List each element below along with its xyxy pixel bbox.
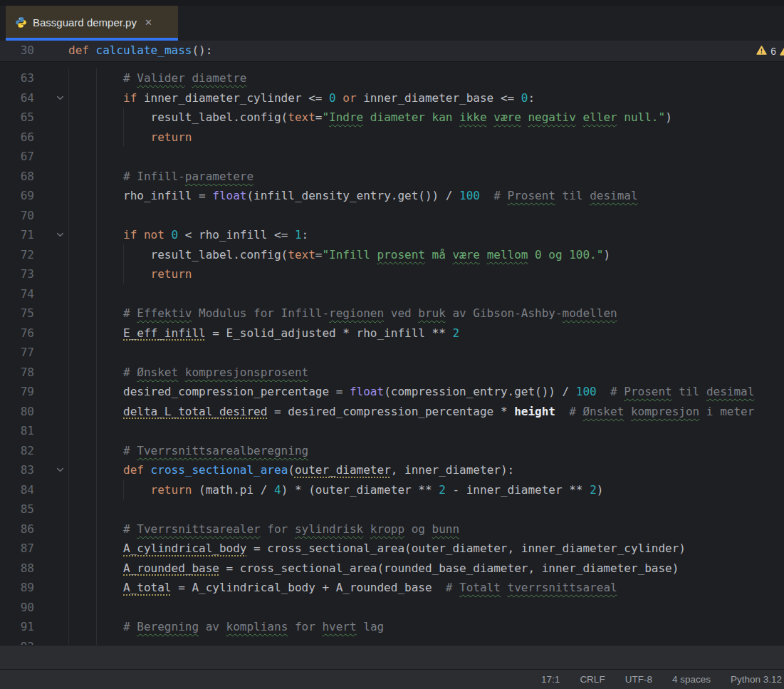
- code-text[interactable]: [68, 147, 784, 167]
- code-line[interactable]: 75 # Effektiv Modulus for Infill-regione…: [0, 304, 784, 323]
- code-text[interactable]: [68, 206, 784, 226]
- code-line[interactable]: 82 # Tverrsnittsarealberegning: [0, 441, 784, 461]
- line-number[interactable]: 81: [0, 421, 34, 441]
- code-line[interactable]: 64 if inner_diameter_cylinder <= 0 or in…: [0, 88, 784, 108]
- code-line[interactable]: 66 return: [0, 128, 784, 147]
- code-line[interactable]: 92: [0, 637, 784, 646]
- code-line[interactable]: 88 A_rounded_base = cross_sectional_area…: [0, 559, 784, 579]
- line-number[interactable]: 78: [0, 363, 34, 383]
- code-text[interactable]: result_label.config(text="Indre diameter…: [68, 108, 784, 128]
- line-number[interactable]: 76: [0, 323, 34, 343]
- code-text[interactable]: [68, 499, 784, 519]
- code-text[interactable]: A_total = A_cylindrical_body + A_rounded…: [68, 578, 784, 598]
- sticky-code[interactable]: def calculate_mass():: [68, 41, 784, 61]
- fold-chevron-icon[interactable]: [34, 225, 68, 245]
- code-line[interactable]: 78 # Ønsket kompresjonsprosent: [0, 363, 784, 383]
- code-line[interactable]: 72 result_label.config(text="Infill pros…: [0, 245, 784, 265]
- fold-chevron-icon[interactable]: [34, 88, 68, 108]
- code-line[interactable]: 68 # Infill-parametere: [0, 167, 784, 187]
- line-number[interactable]: 84: [0, 480, 34, 500]
- code-line[interactable]: 63 # Valider diametre: [0, 68, 784, 88]
- line-number[interactable]: 64: [0, 88, 34, 108]
- line-number[interactable]: 73: [0, 264, 34, 284]
- code-text[interactable]: A_rounded_base = cross_sectional_area(ro…: [68, 559, 784, 579]
- line-number[interactable]: 91: [0, 617, 34, 637]
- line-number[interactable]: 63: [0, 68, 34, 88]
- code-text[interactable]: [68, 63, 784, 68]
- code-text[interactable]: E_eff_infill = E_solid_adjusted * rho_in…: [68, 323, 784, 343]
- code-text[interactable]: rho_infill = float(infill_density_entry.…: [68, 186, 784, 206]
- code-text[interactable]: delta_L_total_desired = desired_compress…: [68, 402, 784, 422]
- code-text[interactable]: # Tverrsnittsarealberegning: [68, 441, 784, 461]
- line-number[interactable]: 82: [0, 441, 34, 461]
- code-line[interactable]: 90: [0, 598, 784, 618]
- status-line-separator[interactable]: CRLF: [580, 674, 605, 685]
- code-line[interactable]: 84 return (math.pi / 4) * (outer_diamete…: [0, 480, 784, 500]
- line-number[interactable]: 70: [0, 206, 34, 226]
- code-line[interactable]: 70: [0, 206, 784, 226]
- code-text[interactable]: [68, 598, 784, 618]
- code-editor[interactable]: 6263 # Valider diametre64 if inner_diame…: [0, 63, 784, 645]
- code-line[interactable]: 77: [0, 343, 784, 363]
- code-text[interactable]: if inner_diameter_cylinder <= 0 or inner…: [68, 88, 784, 108]
- line-number[interactable]: 92: [0, 637, 34, 646]
- line-number[interactable]: 77: [0, 343, 34, 363]
- fold-chevron-icon[interactable]: [34, 460, 68, 480]
- line-number[interactable]: 71: [0, 225, 34, 245]
- code-line[interactable]: 89 A_total = A_cylindrical_body + A_roun…: [0, 578, 784, 598]
- code-line[interactable]: 69 rho_infill = float(infill_density_ent…: [0, 186, 784, 206]
- code-text[interactable]: # Tverrsnittsarealer for sylindrisk krop…: [68, 519, 784, 539]
- line-number[interactable]: 69: [0, 186, 34, 206]
- line-number[interactable]: 79: [0, 382, 34, 402]
- line-number[interactable]: 87: [0, 539, 34, 559]
- code-line[interactable]: 73 return: [0, 264, 784, 284]
- code-line[interactable]: 62: [0, 63, 784, 68]
- line-number[interactable]: 89: [0, 578, 34, 598]
- line-number[interactable]: 74: [0, 284, 34, 304]
- code-text[interactable]: # Beregning av komplians for hvert lag: [68, 617, 784, 637]
- code-text[interactable]: desired_compression_percentage = float(c…: [68, 382, 784, 402]
- status-caret-position[interactable]: 17:1: [541, 674, 560, 685]
- code-text[interactable]: # Infill-parametere: [68, 167, 784, 187]
- status-encoding[interactable]: UTF-8: [625, 674, 652, 685]
- code-text[interactable]: [68, 284, 784, 304]
- code-line[interactable]: 87 A_cylindrical_body = cross_sectional_…: [0, 539, 784, 559]
- code-text[interactable]: [68, 637, 784, 646]
- code-text[interactable]: return: [68, 264, 784, 284]
- line-number[interactable]: 62: [0, 63, 34, 68]
- code-text[interactable]: result_label.config(text="Infill prosent…: [68, 245, 784, 265]
- sticky-line-calculate-mass[interactable]: 30 def calculate_mass(): 6: [0, 41, 784, 62]
- code-line[interactable]: 71 if not 0 < rho_infill <= 1:: [0, 225, 784, 245]
- line-number[interactable]: 65: [0, 108, 34, 128]
- line-number[interactable]: 88: [0, 559, 34, 579]
- code-text[interactable]: if not 0 < rho_infill <= 1:: [68, 225, 784, 245]
- code-text[interactable]: def cross_sectional_area(outer_diameter,…: [68, 460, 784, 480]
- line-number[interactable]: 83: [0, 460, 34, 480]
- code-line[interactable]: 81: [0, 421, 784, 441]
- code-line[interactable]: 80 delta_L_total_desired = desired_compr…: [0, 402, 784, 422]
- code-line[interactable]: 83 def cross_sectional_area(outer_diamet…: [0, 460, 784, 480]
- line-number[interactable]: 85: [0, 499, 34, 519]
- line-number[interactable]: 75: [0, 304, 34, 323]
- tab-bassguard-demper[interactable]: Bassguard demper.py ✕: [6, 6, 178, 41]
- line-number[interactable]: 72: [0, 245, 34, 265]
- code-line[interactable]: 74: [0, 284, 784, 304]
- line-number[interactable]: 68: [0, 167, 34, 187]
- status-indent[interactable]: 4 spaces: [672, 674, 711, 685]
- code-text[interactable]: # Effektiv Modulus for Infill-regionen v…: [68, 304, 784, 323]
- code-text[interactable]: return (math.pi / 4) * (outer_diameter *…: [68, 480, 784, 500]
- code-text[interactable]: # Ønsket kompresjonsprosent: [68, 363, 784, 383]
- code-text[interactable]: [68, 421, 784, 441]
- line-number[interactable]: 30: [0, 41, 34, 61]
- code-line[interactable]: 67: [0, 147, 784, 167]
- status-interpreter[interactable]: Python 3.12: [731, 674, 782, 685]
- code-line[interactable]: 86 # Tverrsnittsarealer for sylindrisk k…: [0, 519, 784, 539]
- code-line[interactable]: 79 desired_compression_percentage = floa…: [0, 382, 784, 402]
- code-text[interactable]: A_cylindrical_body = cross_sectional_are…: [68, 539, 784, 559]
- line-number[interactable]: 66: [0, 128, 34, 147]
- code-line[interactable]: 76 E_eff_infill = E_solid_adjusted * rho…: [0, 323, 784, 343]
- code-text[interactable]: # Valider diametre: [68, 68, 784, 88]
- line-number[interactable]: 67: [0, 147, 34, 167]
- code-text[interactable]: return: [68, 128, 784, 147]
- code-line[interactable]: 91 # Beregning av komplians for hvert la…: [0, 617, 784, 637]
